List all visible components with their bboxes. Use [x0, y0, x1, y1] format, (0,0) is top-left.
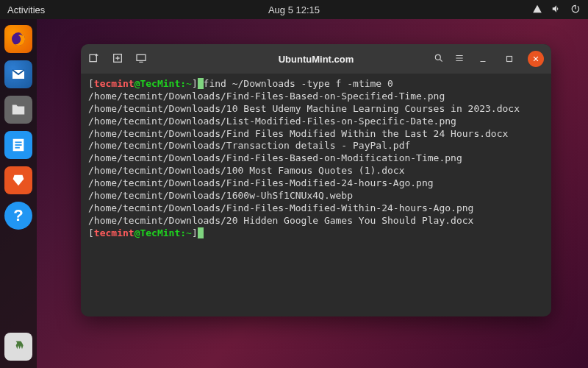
dock-files[interactable]	[4, 96, 32, 124]
dock-trash[interactable]	[4, 333, 32, 361]
search-icon[interactable]	[434, 53, 444, 66]
svg-rect-7	[137, 54, 146, 60]
output-line: /home/tecmint/Downloads/Find-Files-Based…	[88, 91, 445, 102]
svg-rect-9	[507, 57, 512, 62]
network-icon[interactable]	[532, 4, 542, 16]
output-line: /home/tecmint/Downloads/Find Files Modif…	[88, 128, 508, 139]
dock-ubuntu-software[interactable]	[4, 166, 32, 194]
svg-rect-5	[90, 54, 96, 61]
dock-help[interactable]: ?	[4, 202, 32, 230]
volume-icon[interactable]	[551, 4, 562, 16]
dock: ?	[0, 19, 37, 368]
output-line: /home/tecmint/Downloads/10 Best Udemy Ma…	[88, 103, 520, 114]
output-line: /home/tecmint/Downloads/Transaction deta…	[88, 140, 410, 151]
power-icon[interactable]	[570, 4, 581, 16]
dock-firefox[interactable]	[4, 25, 32, 53]
prompt-host: TecMint	[140, 227, 180, 238]
prompt-user: tecmint	[94, 227, 135, 238]
clock[interactable]: Aug 5 12:15	[268, 4, 320, 15]
window-title: UbuntuMint.com	[279, 54, 354, 65]
terminal-body[interactable]: [tecmint@TecMint:~]_find ~/Downloads -ty…	[81, 74, 551, 316]
prompt-user: tecmint	[94, 78, 135, 89]
screen-icon[interactable]	[135, 52, 147, 66]
new-tab-icon[interactable]	[88, 52, 100, 66]
svg-rect-3	[15, 144, 21, 146]
desktop-topbar: Activities Aug 5 12:15	[0, 0, 588, 19]
new-window-icon[interactable]	[112, 52, 123, 66]
dock-thunderbird[interactable]	[4, 60, 32, 88]
svg-point-8	[435, 54, 440, 60]
command-text: find ~/Downloads -type f -mtime 0	[204, 78, 393, 89]
prompt-host: TecMint	[140, 78, 180, 89]
hamburger-menu-icon[interactable]	[454, 53, 465, 66]
minimize-button[interactable]	[475, 51, 491, 67]
output-line: /home/tecmint/Downloads/20 Hidden Google…	[88, 215, 473, 226]
output-line: /home/tecmint/Downloads/List-Modified-Fi…	[88, 116, 456, 127]
output-line: /home/tecmint/Downloads/100 Most Famous …	[88, 165, 404, 176]
dock-libreoffice-writer[interactable]	[4, 131, 32, 159]
activities-button[interactable]: Activities	[7, 4, 45, 15]
svg-rect-4	[15, 147, 19, 149]
terminal-titlebar[interactable]: UbuntuMint.com	[81, 44, 551, 74]
prompt-path: ~	[186, 227, 192, 238]
prompt-path: ~	[186, 78, 192, 89]
output-line: /home/tecmint/Downloads/Find-Files-Modif…	[88, 202, 473, 213]
output-line: /home/tecmint/Downloads/1600w-UhSf1CNUx4…	[88, 190, 353, 201]
maximize-button[interactable]	[501, 51, 517, 67]
output-line: /home/tecmint/Downloads/Find-Files-Based…	[88, 152, 462, 163]
svg-rect-2	[15, 141, 21, 143]
output-line: /home/tecmint/Downloads/Find-Files-Modif…	[88, 177, 434, 188]
close-button[interactable]	[528, 51, 544, 67]
terminal-window: UbuntuMint.com [tecmint@TecMint:~]_find …	[81, 44, 551, 316]
